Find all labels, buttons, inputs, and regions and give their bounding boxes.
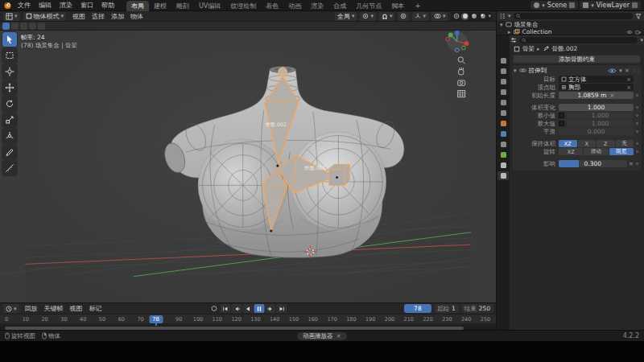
- chevron-down-icon[interactable]: ▾: [619, 68, 622, 74]
- mode-selector[interactable]: 物体模式 ▾: [23, 12, 67, 21]
- properties-search-input[interactable]: [519, 37, 638, 43]
- move-tool-button[interactable]: [2, 80, 17, 95]
- outliner-row-collection[interactable]: ▸ Collection: [497, 28, 644, 35]
- decorator[interactable]: [634, 130, 640, 133]
- viewport-menu-item[interactable]: 物体: [127, 12, 147, 21]
- influence-slider[interactable]: 0.300: [559, 160, 627, 167]
- close-icon[interactable]: ×: [625, 67, 630, 74]
- drag-handle-icon[interactable]: ⋮⋮: [632, 68, 640, 73]
- menu-item[interactable]: 渲染: [56, 0, 76, 10]
- volume-max-checkbox[interactable]: [559, 121, 564, 126]
- decorator[interactable]: [634, 142, 640, 145]
- transform-orientation-selector[interactable]: 全局 ▾: [335, 12, 357, 21]
- outliner-search-input[interactable]: [514, 13, 633, 19]
- pivot-point-button[interactable]: ▾: [360, 12, 376, 21]
- rotate-tool-button[interactable]: [2, 97, 17, 111]
- decorator[interactable]: [634, 122, 640, 125]
- target-field[interactable]: 立方体 ×: [559, 76, 634, 83]
- breadcrumb-bone[interactable]: 骨骼.002: [552, 45, 578, 53]
- transform-tool-button[interactable]: [2, 129, 17, 143]
- workspace-tab[interactable]: 渲染: [306, 1, 328, 11]
- shading-wireframe-button[interactable]: [452, 13, 460, 20]
- outliner-editor-icon[interactable]: [499, 13, 506, 19]
- disclosure-triangle-icon[interactable]: ▸: [508, 29, 511, 35]
- reset-icon[interactable]: ×: [609, 92, 614, 99]
- editor-type-button[interactable]: ▾: [3, 12, 20, 21]
- annotate-tool-button[interactable]: [2, 145, 17, 159]
- shading-solid-button[interactable]: [461, 13, 469, 20]
- add-workspace-button[interactable]: +: [411, 2, 425, 10]
- cancel-job-icon[interactable]: ×: [336, 332, 341, 339]
- tool-option-icon[interactable]: [29, 23, 36, 30]
- timeline-menu-item[interactable]: 回放: [22, 304, 41, 313]
- filter-icon[interactable]: [635, 13, 642, 19]
- maintain-volume-option[interactable]: XZ: [559, 140, 577, 147]
- breadcrumb-object[interactable]: 骨架: [522, 45, 535, 53]
- pause-button[interactable]: [254, 304, 265, 313]
- volume-variation-field[interactable]: 1.000: [559, 104, 634, 111]
- decorator[interactable]: [634, 162, 640, 165]
- rest-length-field[interactable]: 1.0859 m ×: [559, 92, 634, 99]
- shading-material-button[interactable]: [470, 13, 477, 20]
- play-reverse-button[interactable]: [243, 304, 254, 313]
- smooth-field[interactable]: 0.000: [559, 128, 634, 135]
- new-scene-icon[interactable]: [569, 2, 575, 8]
- disclosure-triangle-icon[interactable]: ▾: [514, 68, 517, 74]
- outliner-row-scene-collection[interactable]: ▾ 场景集合: [497, 21, 644, 28]
- blender-logo-icon[interactable]: [3, 1, 12, 10]
- frame-start-field[interactable]: 起始 1: [434, 304, 459, 313]
- workspace-tab[interactable]: 动画: [283, 1, 306, 11]
- clear-icon[interactable]: ×: [626, 76, 631, 83]
- workspace-tab[interactable]: 建模: [149, 1, 171, 11]
- show-gizmo-button[interactable]: ▾: [412, 12, 428, 21]
- playhead[interactable]: 78: [149, 315, 163, 323]
- snap-button[interactable]: ▾: [379, 12, 395, 21]
- timeline-menu-item[interactable]: 视图: [67, 304, 86, 313]
- maintain-volume-option[interactable]: Z: [597, 140, 615, 147]
- tool-option-icon[interactable]: [11, 23, 19, 30]
- viewport-menu-item[interactable]: 视图: [69, 12, 89, 21]
- workspace-tab[interactable]: 几何节点: [351, 1, 386, 11]
- current-frame-field[interactable]: 78: [404, 304, 431, 313]
- decorator[interactable]: [634, 114, 640, 117]
- clear-icon[interactable]: ×: [626, 84, 631, 91]
- properties-tab-data[interactable]: [497, 150, 509, 159]
- rotation-option[interactable]: 摆动: [584, 148, 608, 155]
- properties-tab-constraints[interactable]: [497, 140, 509, 149]
- add-bone-constraint-button[interactable]: 添加骨骼约束: [513, 55, 641, 64]
- properties-tab-tool[interactable]: [497, 56, 509, 65]
- shading-rendered-button[interactable]: [479, 13, 486, 20]
- next-keyframe-button[interactable]: [266, 304, 276, 313]
- measure-tool-button[interactable]: [2, 161, 17, 175]
- viewport-menu-item[interactable]: 添加: [108, 12, 127, 21]
- timeline-menu-item[interactable]: 关键帧: [41, 304, 67, 313]
- active-tool-icon[interactable]: [2, 23, 10, 30]
- timeline-ruler[interactable]: 0102030405060708090100110120130140150160…: [0, 314, 496, 323]
- maintain-volume-option[interactable]: 无: [616, 140, 634, 147]
- decorator[interactable]: [634, 106, 640, 109]
- auto-key-button[interactable]: [209, 304, 220, 313]
- scale-tool-button[interactable]: [2, 113, 17, 127]
- volume-min-field[interactable]: 1.000: [567, 112, 634, 119]
- eye-icon[interactable]: [608, 68, 617, 74]
- workspace-tab[interactable]: 脚本: [386, 1, 409, 11]
- viewlayer-selector[interactable]: ▾ ViewLayer: [580, 1, 641, 10]
- bone-head-sphere[interactable]: [279, 68, 287, 76]
- properties-tab-bone[interactable]: [497, 161, 509, 170]
- constraint-panel-header[interactable]: ▾ 拉伸到 ▾ × ⋮⋮: [514, 66, 640, 75]
- decorator[interactable]: [634, 150, 640, 153]
- tweak-tool-button[interactable]: [2, 32, 17, 47]
- menu-item[interactable]: 窗口: [76, 0, 97, 10]
- disclosure-triangle-icon[interactable]: ▾: [500, 22, 503, 28]
- properties-tab-bone-constraint[interactable]: [497, 171, 509, 180]
- maintain-volume-option[interactable]: X: [578, 140, 597, 147]
- viewport-menu-item[interactable]: 选择: [89, 12, 108, 21]
- workspace-tab[interactable]: UV编辑: [194, 1, 225, 11]
- properties-tab-world[interactable]: [497, 109, 509, 117]
- timeline-menu-item[interactable]: 标记: [86, 304, 105, 313]
- properties-tab-render[interactable]: [497, 67, 509, 76]
- decorator[interactable]: [634, 94, 640, 97]
- rotation-option[interactable]: 阻尼: [609, 148, 634, 155]
- tool-option-icon[interactable]: [38, 23, 45, 30]
- properties-tab-scene[interactable]: [497, 98, 509, 107]
